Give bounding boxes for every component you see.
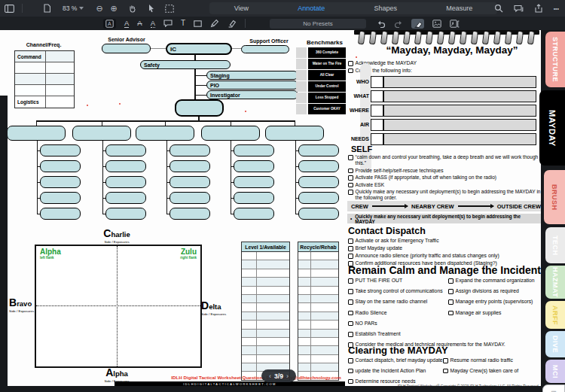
status-table-row[interactable] — [242, 277, 289, 285]
checklist-item[interactable]: update the Incident Action Plan — [348, 368, 443, 374]
status-table-row[interactable] — [298, 345, 338, 354]
status-table-row[interactable] — [242, 320, 289, 328]
zoom-out-button[interactable]: ⊖ — [96, 5, 102, 13]
safety-box[interactable]: Safety — [140, 60, 231, 69]
checklist-item[interactable]: NO PARs — [348, 321, 505, 327]
info-row-small-field[interactable] — [371, 105, 383, 117]
worksheet-tab[interactable]: MCI — [545, 360, 565, 383]
strikethrough-icon[interactable]: A — [137, 20, 142, 27]
channel-table-row[interactable] — [15, 74, 74, 85]
status-table-row[interactable] — [298, 252, 338, 260]
checkbox[interactable] — [348, 289, 353, 294]
checklist-item[interactable]: Brief Mayday update — [348, 245, 499, 251]
info-row-field[interactable] — [383, 105, 536, 117]
staging-box[interactable]: Staging — [206, 71, 298, 80]
checkbox[interactable] — [448, 311, 454, 316]
checkbox[interactable] — [348, 311, 353, 316]
checkbox[interactable] — [348, 175, 353, 181]
status-table-row[interactable] — [298, 337, 338, 345]
org-unit-box[interactable] — [234, 144, 274, 156]
checkbox[interactable] — [348, 278, 353, 284]
investigator-box[interactable]: Investigator — [206, 90, 298, 99]
benchmark-checkbox[interactable] — [296, 104, 307, 114]
checkbox[interactable] — [348, 321, 353, 327]
checklist-item[interactable]: Activate ESK — [348, 182, 541, 188]
worksheet-tab[interactable]: ARFF — [545, 301, 565, 329]
status-table-row[interactable] — [298, 311, 338, 320]
benchmark-checkbox[interactable] — [296, 47, 307, 58]
status-table-row[interactable] — [298, 286, 338, 294]
org-unit-box[interactable] — [234, 208, 274, 220]
senior-advisor-box[interactable] — [102, 44, 151, 53]
status-table-row[interactable] — [298, 354, 338, 363]
org-unit-box[interactable] — [105, 160, 146, 172]
text-markup-icon[interactable]: A — [103, 19, 116, 29]
info-row-field[interactable] — [383, 133, 536, 145]
status-table-row[interactable] — [242, 252, 289, 260]
checkbox[interactable] — [348, 239, 353, 244]
org-unit-box[interactable] — [40, 176, 81, 188]
checkbox[interactable] — [348, 169, 353, 174]
info-row-small-field[interactable] — [371, 119, 383, 131]
checklist-item[interactable]: Assign divisions as required — [448, 288, 535, 294]
stamp-image-icon[interactable] — [432, 20, 441, 28]
status-table-row[interactable] — [298, 260, 338, 268]
checklist-item[interactable]: Manage air supplies — [448, 310, 535, 316]
info-row-field[interactable] — [383, 90, 536, 102]
org-unit-box[interactable] — [234, 160, 274, 172]
org-unit-box[interactable] — [105, 144, 146, 156]
benchmark-checkbox[interactable] — [296, 81, 307, 92]
worksheet-tab[interactable]: DIVE — [545, 331, 565, 357]
signature-stamp-icon[interactable] — [450, 20, 460, 28]
checklist-item[interactable]: Activate or ask for Emergency Traffic — [348, 238, 499, 244]
channel-row-value[interactable] — [46, 62, 74, 73]
org-unit-box[interactable] — [170, 144, 210, 156]
export-icon[interactable] — [534, 4, 543, 13]
status-table-row[interactable] — [298, 269, 338, 277]
status-table-row[interactable] — [298, 320, 338, 328]
worksheet-tab[interactable]: TECH — [545, 227, 565, 263]
checkbox[interactable] — [348, 254, 353, 259]
operations-hub-box[interactable] — [175, 99, 224, 117]
ic-box[interactable]: IC — [166, 43, 232, 55]
shape-rectangle-icon[interactable] — [194, 20, 202, 27]
checkbox[interactable] — [348, 299, 353, 305]
org-division-box[interactable] — [72, 126, 131, 141]
checkbox[interactable] — [348, 190, 353, 195]
worksheet-tab[interactable]: BRUSH — [544, 170, 565, 224]
sidebar-toggle-icon[interactable] — [5, 5, 14, 13]
checklist-item[interactable]: Provide self-help/self-rescue techniques — [348, 168, 541, 174]
worksheet-tab[interactable]: BLANK — [542, 384, 565, 392]
note-comment-icon[interactable] — [163, 20, 173, 27]
checkbox[interactable] — [448, 299, 454, 305]
checkbox[interactable] — [348, 155, 353, 160]
status-table-row[interactable] — [242, 311, 289, 320]
next-page-button[interactable]: › — [286, 372, 289, 380]
prev-page-button[interactable]: ‹ — [269, 372, 271, 380]
squiggly-underline-icon[interactable]: A — [151, 20, 155, 28]
checkbox[interactable] — [348, 369, 353, 374]
org-unit-box[interactable] — [105, 176, 146, 188]
checklist-item[interactable]: Collect the following info: — [348, 68, 417, 74]
channel-table-row[interactable] — [15, 62, 74, 74]
benchmark-checkbox[interactable] — [296, 93, 307, 103]
org-unit-box[interactable] — [40, 208, 81, 220]
org-unit-box[interactable] — [40, 144, 81, 156]
channel-row-value[interactable] — [46, 85, 74, 96]
org-unit-box[interactable] — [234, 192, 274, 204]
info-row-field[interactable] — [383, 119, 536, 131]
checklist-item[interactable]: Announce radio silence (priority traffic… — [348, 253, 499, 259]
info-row-field[interactable] — [383, 76, 536, 88]
org-unit-box[interactable] — [40, 160, 81, 172]
checklist-item[interactable]: Manage entry points (supervisors) — [448, 299, 535, 305]
free-text-icon[interactable]: T — [181, 20, 185, 27]
checkbox[interactable] — [448, 278, 454, 284]
org-unit-box[interactable] — [234, 176, 274, 188]
support-officer-box[interactable] — [241, 45, 289, 53]
channel-table-row[interactable]: Command — [15, 51, 74, 62]
channel-row-value[interactable] — [46, 74, 74, 84]
org-unit-box[interactable] — [40, 192, 81, 204]
status-table-row[interactable] — [242, 354, 289, 363]
checklist-item[interactable]: Quickly make any necessary unit deployme… — [348, 189, 541, 201]
org-division-box[interactable] — [8, 126, 66, 141]
